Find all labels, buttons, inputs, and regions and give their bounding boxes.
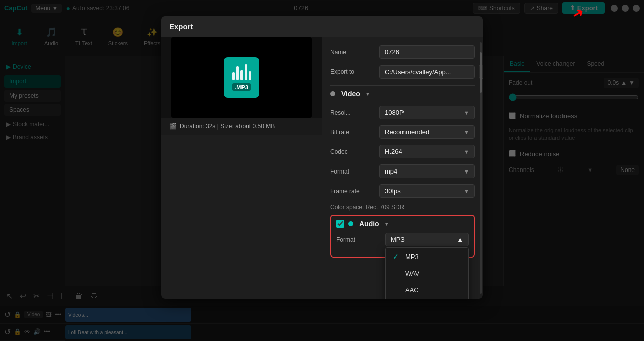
codec-value: H.264	[385, 148, 403, 155]
framerate-label: Frame rate	[330, 188, 375, 195]
audio-section-arrow: ▼	[384, 221, 389, 227]
bar-5	[249, 71, 251, 80]
modal-overlay: ➜ Export	[0, 0, 644, 341]
red-arrow-indicator: ➜	[569, 3, 587, 23]
dropdown-item-flac[interactable]: FLAC	[386, 298, 468, 299]
dropdown-item-wav[interactable]: WAV	[386, 265, 468, 282]
bitrate-label: Bit rate	[330, 129, 375, 136]
audio-format-label: Format	[336, 236, 381, 243]
bar-2	[236, 66, 239, 80]
bar-1	[232, 72, 235, 80]
format-caret: ▼	[464, 168, 469, 175]
codec-caret: ▼	[464, 149, 469, 155]
video-section-toggle: Video ▼	[330, 85, 475, 102]
video-section-arrow: ▼	[365, 91, 370, 97]
format-value: mp4	[385, 167, 397, 175]
format-label: Format	[330, 168, 375, 175]
name-label: Name	[330, 49, 375, 56]
resolution-select[interactable]: 1080P ▼	[379, 106, 475, 119]
audio-section-label: Audio	[359, 220, 379, 228]
export-to-input[interactable]	[379, 65, 475, 79]
format-row: Format mp4 ▼	[330, 164, 475, 178]
dropdown-item-aac[interactable]: AAC	[386, 282, 468, 298]
audio-format-trigger[interactable]: MP3 ▲	[385, 233, 469, 246]
audio-format-caret: ▲	[457, 236, 463, 243]
framerate-value: 30fps	[385, 187, 401, 195]
codec-select[interactable]: H.264 ▼	[379, 145, 475, 158]
modal-settings: Name Export to 📁 Video ▼ Resol...	[322, 37, 483, 299]
bitrate-row: Bit rate Recommended ▼	[330, 125, 475, 139]
mp3-label: .MP3	[232, 83, 251, 91]
bitrate-select[interactable]: Recommended ▼	[379, 125, 475, 139]
modal-title: Export	[169, 22, 193, 31]
audio-format-value: MP3	[391, 236, 405, 243]
modal-scrollbar-thumb	[480, 52, 482, 93]
framerate-caret: ▼	[464, 188, 469, 194]
modal-body: .MP3 🎬 Duration: 32s | Size: about 0.50 …	[161, 37, 483, 299]
resolution-value: 1080P	[385, 109, 404, 116]
audio-section: Audio ▼ Format MP3 ▲	[330, 215, 475, 258]
preview-thumbnail: .MP3	[171, 37, 312, 118]
framerate-select[interactable]: 30fps ▼	[379, 184, 475, 198]
audio-format-dropdown-menu: ✓ MP3 WAV AAC	[385, 247, 469, 299]
colorspace-text: Color space: Rec. 709 SDR	[330, 204, 475, 211]
bar-3	[240, 70, 243, 80]
duration-text: Duration: 32s | Size: about 0.50 MB	[180, 123, 275, 130]
bitrate-value: Recommended	[385, 128, 429, 136]
name-input[interactable]	[379, 45, 475, 59]
resolution-caret: ▼	[464, 110, 469, 116]
export-modal: Export .MP3	[161, 16, 483, 299]
video-dot	[330, 91, 335, 96]
audio-section-header: Audio ▼	[336, 220, 469, 228]
audio-format-row: Format MP3 ▲ ✓ MP3	[336, 233, 469, 246]
export-to-label: Export to	[330, 68, 375, 75]
bitrate-caret: ▼	[464, 129, 469, 135]
modal-preview-wrap: .MP3 🎬 Duration: 32s | Size: about 0.50 …	[161, 37, 322, 299]
aac-option-text: AAC	[405, 286, 419, 294]
framerate-row: Frame rate 30fps ▼	[330, 184, 475, 198]
audio-dot-icon	[348, 221, 353, 226]
name-row: Name	[330, 45, 475, 59]
video-section-label: Video	[341, 90, 360, 98]
checkmark-icon: ✓	[393, 252, 401, 261]
resolution-label: Resol...	[330, 109, 375, 116]
format-select[interactable]: mp4 ▼	[379, 164, 475, 178]
modal-scrollbar[interactable]	[480, 42, 482, 294]
mp3-option-text: MP3	[405, 253, 419, 261]
codec-row: Codec H.264 ▼	[330, 145, 475, 158]
audio-section-checkbox[interactable]	[336, 220, 344, 228]
modal-header: Export	[161, 16, 483, 37]
wav-option-text: WAV	[405, 270, 419, 277]
codec-label: Codec	[330, 148, 375, 155]
resolution-row: Resol... 1080P ▼	[330, 106, 475, 119]
mp3-icon: .MP3	[224, 57, 259, 98]
film-icon: 🎬	[169, 123, 177, 130]
dropdown-item-mp3[interactable]: ✓ MP3	[386, 248, 468, 265]
modal-preview: .MP3	[161, 37, 322, 118]
mp3-bars	[232, 64, 251, 80]
bar-4	[245, 64, 247, 80]
modal-duration: 🎬 Duration: 32s | Size: about 0.50 MB	[161, 118, 322, 135]
export-to-row: Export to 📁	[330, 65, 475, 79]
audio-format-dropdown-container: MP3 ▲ ✓ MP3 WAV	[385, 233, 469, 246]
